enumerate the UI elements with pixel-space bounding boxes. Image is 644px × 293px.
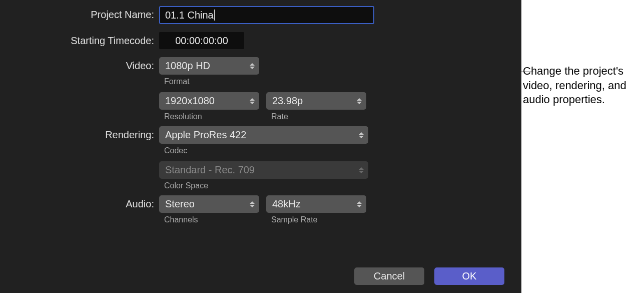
starting-timecode-label: Starting Timecode: [0, 32, 155, 47]
project-properties-panel: Project Name: 01.1 China Starting Timeco… [0, 0, 521, 293]
stepper-icon [356, 200, 362, 209]
audio-channels-select[interactable]: Stereo [159, 195, 259, 213]
stepper-icon [249, 200, 255, 209]
rendering-codec-value: Apple ProRes 422 [165, 129, 246, 141]
audio-channels-hint: Channels [159, 215, 259, 224]
video-resolution-hint: Resolution [159, 112, 259, 121]
audio-section-label: Audio: [0, 195, 155, 210]
text-cursor [214, 10, 215, 21]
video-rate-select[interactable]: 23.98p [266, 92, 366, 110]
video-resolution-select[interactable]: 1920x1080 [159, 92, 259, 110]
project-name-input[interactable]: 01.1 China [159, 6, 374, 24]
rendering-codec-select[interactable]: Apple ProRes 422 [159, 126, 368, 144]
rendering-section-label: Rendering: [0, 126, 155, 141]
stepper-icon [358, 131, 364, 140]
video-format-hint: Format [159, 77, 259, 86]
video-format-value: 1080p HD [165, 60, 210, 72]
rendering-colorspace-hint: Color Space [159, 181, 521, 190]
audio-channels-value: Stereo [165, 198, 195, 210]
stepper-icon [249, 62, 255, 71]
audio-samplerate-select[interactable]: 48kHz [266, 195, 366, 213]
project-name-label: Project Name: [0, 6, 155, 21]
video-section-label: Video: [0, 57, 155, 72]
video-rate-value: 23.98p [272, 95, 303, 107]
ok-button[interactable]: OK [434, 267, 504, 285]
video-format-select[interactable]: 1080p HD [159, 57, 259, 75]
stepper-icon [356, 97, 362, 106]
cancel-button[interactable]: Cancel [354, 267, 424, 285]
annotation-text: Change the project's video, rendering, a… [523, 64, 638, 107]
starting-timecode-input[interactable]: 00:00:00:00 [159, 32, 244, 49]
audio-samplerate-value: 48kHz [272, 198, 301, 210]
rendering-codec-hint: Codec [159, 146, 521, 155]
stepper-icon [249, 97, 255, 106]
form-grid: Project Name: 01.1 China Starting Timeco… [0, 6, 521, 229]
rendering-colorspace-select: Standard - Rec. 709 [159, 161, 368, 179]
starting-timecode-value: 00:00:00:00 [175, 35, 228, 47]
audio-samplerate-hint: Sample Rate [266, 215, 366, 224]
button-row: Cancel OK [354, 267, 504, 285]
video-resolution-value: 1920x1080 [165, 95, 215, 107]
rendering-colorspace-value: Standard - Rec. 709 [165, 164, 255, 176]
stepper-icon [358, 166, 364, 175]
video-rate-hint: Rate [266, 112, 366, 121]
project-name-value: 01.1 China [165, 10, 214, 21]
